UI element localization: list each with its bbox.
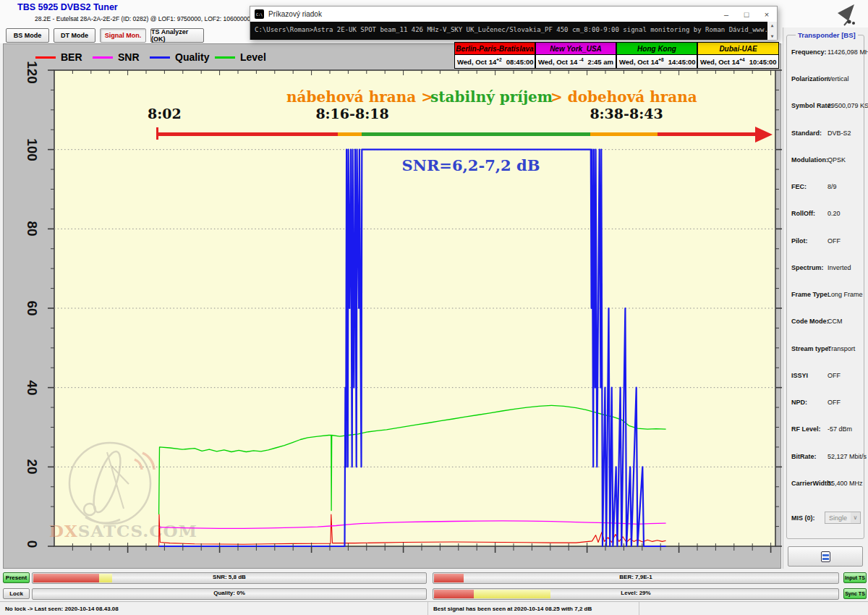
clock-city-label: New York_USA	[536, 43, 616, 55]
clock-utc-offset: +2	[496, 57, 501, 62]
clock-time: 2:45 am	[588, 58, 613, 66]
clock-utc-offset: -4	[579, 57, 584, 62]
arrow-red-segment-2	[658, 132, 755, 136]
y-tick-120: 120	[17, 58, 46, 87]
snr-bar: SNR: 5,8 dB	[32, 572, 427, 584]
legend-item-snr: SNR	[93, 51, 140, 63]
y-tick-40: 40	[17, 373, 46, 402]
level-bar: Level: 29%	[433, 588, 839, 600]
quality-line-swatch	[150, 56, 170, 59]
field-standard: Standard:DVB-S2	[787, 130, 865, 138]
cmd-scrollbar[interactable]: ▲ ▼	[767, 22, 777, 40]
app-window: TBS 5925 DVBS2 Tuner 28.2E - Eutelsat 28…	[0, 0, 868, 615]
clock-city-label: Hong Kong	[617, 43, 697, 55]
field-bitrate: BitRate:52,127 Mbit/s	[787, 453, 865, 462]
clock-time-row: Wed, Oct 14 -4 2:45 am	[536, 55, 616, 68]
y-tick-100: 100	[17, 135, 46, 164]
rising-edge-label: nábehová hrana >	[286, 88, 431, 106]
groupbox-title: Transponder [BS]	[796, 31, 858, 39]
status-best-signal-segment: Best signal has been seen at 2020-10-14 …	[428, 602, 639, 615]
arrow-orange-segment-2	[590, 132, 658, 136]
y-tick-0: 0	[17, 530, 46, 559]
clock-utc-offset: +8	[658, 57, 663, 62]
clock-time: 10:45:00	[749, 58, 777, 66]
field-rf-level: RF Level:-57 dBm	[787, 425, 865, 434]
mis-value: Single	[829, 514, 847, 522]
clock-date: Wed, Oct 14	[619, 58, 658, 66]
scroll-down-icon[interactable]: ▼	[771, 33, 774, 40]
y-tick-20: 20	[17, 452, 46, 481]
field-stream-type: Stream type:Transport	[787, 345, 865, 354]
clock-city-label: Dubai-UAE	[698, 43, 778, 55]
arrow-green-segment	[362, 132, 590, 136]
clock-time: 14:45:00	[668, 58, 696, 66]
status-lock-text: No lock -> Last seen: 2020-10-14 08.43.0…	[0, 606, 119, 612]
present-indicator[interactable]: Present	[3, 572, 30, 583]
arrow-head	[755, 127, 773, 143]
minimize-icon[interactable]: –	[716, 7, 736, 22]
chevron-down-icon: ∨	[851, 512, 860, 523]
cmd-output: C:\Users\Roman>Astra 2E-UK SPOT beam_11 …	[250, 22, 777, 40]
quality-bar-text: Quality: 0%	[33, 590, 426, 596]
close-icon[interactable]: ×	[757, 7, 777, 22]
arrow-red-segment-1	[158, 132, 338, 136]
snr-bar-text: SNR: 5,8 dB	[33, 574, 426, 580]
field-rolloff: RollOff:0.20	[787, 210, 865, 219]
field-code-mode: Code Mode:CCM	[787, 318, 865, 326]
clock-time: 08:45:00	[506, 58, 534, 66]
clock-time-row: Wed, Oct 14 +4 10:45:00	[698, 55, 778, 68]
legend-label: Quality	[175, 51, 209, 63]
time-rise-label: 8:16-8:18	[312, 106, 392, 122]
clock-city-label: Berlin-Paris-Bratislava	[455, 43, 535, 55]
clock-dubai: Dubai-UAE Wed, Oct 14 +4 10:45:00	[697, 42, 779, 69]
maximize-icon[interactable]: □	[736, 7, 757, 22]
cmd-command-line: C:\Users\Roman>Astra 2E-UK SPOT beam_11 …	[255, 26, 777, 33]
cmd-title: Príkazový riadok	[268, 10, 322, 18]
cmd-titlebar[interactable]: C:\ Príkazový riadok – □ ×	[250, 7, 777, 22]
tab-signal-mon[interactable]: Signal Mon.	[100, 28, 146, 43]
satellite-dish-icon	[830, 1, 859, 27]
field-polarization: Polarization:Vertical	[787, 75, 865, 84]
input-ts-button[interactable]: Input TS	[843, 572, 867, 583]
legend-label: Level	[240, 51, 266, 63]
falling-edge-label: > dobehová hrana	[550, 88, 681, 106]
field-pilot: Pilot:OFF	[787, 237, 865, 246]
sync-ts-button[interactable]: Sync TS	[843, 588, 867, 599]
clock-date: Wed, Oct 14	[700, 58, 739, 66]
tab-bs-mode[interactable]: BS Mode	[6, 28, 49, 43]
clock-berlin: Berlin-Paris-Bratislava Wed, Oct 14 +2 0…	[454, 42, 535, 69]
tab-dt-mode[interactable]: DT Mode	[54, 28, 95, 43]
clock-date: Wed, Oct 14	[457, 58, 496, 66]
y-tick-60: 60	[17, 294, 46, 323]
ber-bar: BER: 7,9E-1	[433, 572, 839, 584]
transponder-sidebar: Transponder [BS] Frequency:11426,098 MHz…	[783, 27, 868, 569]
stream-list-button[interactable]	[788, 546, 863, 567]
transponder-groupbox: Transponder [BS] Frequency:11426,098 MHz…	[786, 35, 864, 539]
time-start-label: 8:02	[148, 106, 179, 122]
tab-ts-analyzer[interactable]: TS Analyzer (OK)	[150, 28, 204, 43]
level-line-swatch	[215, 56, 235, 59]
tab-label: Signal Mon.	[105, 32, 142, 39]
quality-bar: Quality: 0%	[32, 588, 427, 600]
field-mis: MIS (0): Single ∨	[787, 514, 865, 523]
field-symbol-rate: Symbol Rate:29500,079 KS/s	[787, 102, 865, 111]
status-lock-segment: No lock -> Last seen: 2020-10-14 08.43.0…	[0, 602, 428, 615]
status-bar: No lock -> Last seen: 2020-10-14 08.43.0…	[0, 601, 868, 615]
field-frame-type: Frame Type:Long Frame	[787, 291, 865, 300]
snr-line-swatch	[93, 56, 113, 59]
stream-list-icon	[821, 551, 830, 562]
status-empty-segment	[639, 602, 868, 615]
field-frequency: Frequency:11426,098 MHz	[787, 48, 865, 57]
clock-new-york: New York_USA Wed, Oct 14 -4 2:45 am	[535, 42, 616, 69]
mis-dropdown[interactable]: Single ∨	[825, 512, 861, 524]
clock-time-row: Wed, Oct 14 +2 08:45:00	[455, 55, 535, 68]
console-icon: C:\	[255, 9, 264, 19]
field-modulation: Modulation:QPSK	[787, 156, 865, 165]
field-spectrum: Spectrum:Inverted	[787, 264, 865, 273]
arrow-orange-segment-1	[338, 132, 362, 136]
lock-indicator[interactable]: Lock	[3, 588, 30, 599]
scroll-up-icon[interactable]: ▲	[771, 22, 774, 29]
tab-label: TS Analyzer (OK)	[151, 28, 203, 43]
tab-label: BS Mode	[14, 32, 42, 39]
ber-bar-text: BER: 7,9E-1	[433, 574, 838, 580]
